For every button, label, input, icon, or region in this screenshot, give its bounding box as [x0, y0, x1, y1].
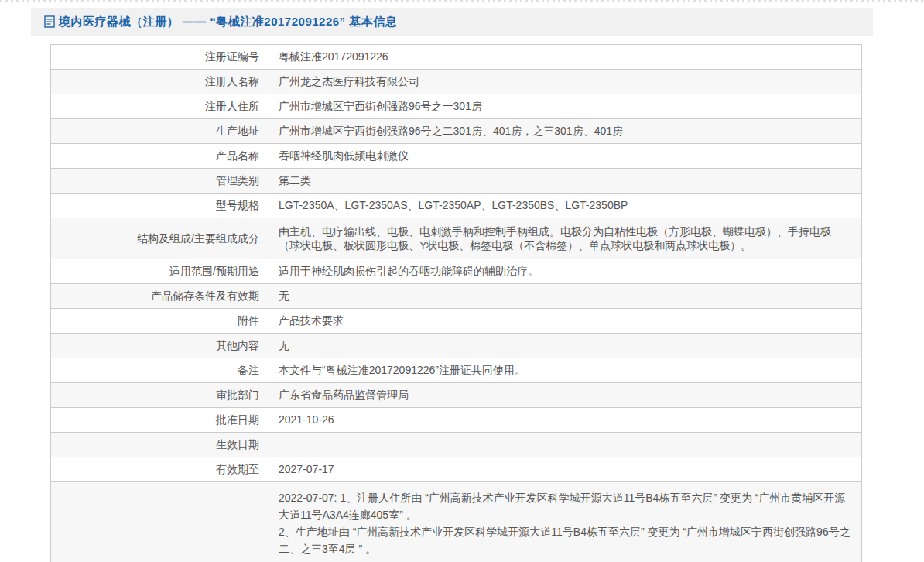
registration-info-table: 注册证编号粤械注准20172091226 注册人名称广州龙之杰医疗科技有限公司 …: [50, 44, 862, 562]
row-label: 注册人名称: [51, 70, 269, 94]
table-row: 适用范围/预期用途适用于神经肌肉损伤引起的吞咽功能障碍的辅助治疗。: [51, 259, 862, 284]
row-value: 吞咽神经肌肉低频电刺激仪: [269, 144, 862, 169]
row-value: [269, 433, 862, 457]
row-value: LGT-2350A、LGT-2350AS、LGT-2350AP、LGT-2350…: [269, 194, 862, 218]
row-value: 2021-10-26: [269, 408, 862, 433]
row-label: 适用范围/预期用途: [51, 259, 269, 284]
row-value: 广州龙之杰医疗科技有限公司: [269, 70, 862, 94]
content-container: 境内医疗器械（注册） —— “粤械注准20172091226” 基本信息 注册证…: [31, 8, 873, 562]
row-label: 有效期至: [51, 457, 269, 482]
table-row: 型号规格LGT-2350A、LGT-2350AS、LGT-2350AP、LGT-…: [51, 194, 862, 218]
row-label: 产品名称: [51, 144, 269, 169]
row-value: 广州市增城区宁西街创强路96号之一301房: [269, 94, 862, 119]
table-row: 其他内容无: [51, 334, 862, 358]
table-row: 管理类别第二类: [51, 169, 862, 194]
table-row: 结构及组成/主要组成成分由主机、电疗输出线、电极、电刺激手柄和控制手柄组成。电极…: [51, 218, 862, 259]
row-label: 注册证编号: [51, 45, 269, 70]
row-label: [51, 482, 269, 562]
row-value: 本文件与“粤械注准20172091226”注册证共同使用。: [269, 358, 862, 383]
row-label: 审批部门: [51, 383, 269, 408]
page-title: 境内医疗器械（注册） —— “粤械注准20172091226” 基本信息: [59, 15, 397, 29]
table-row: 产品名称吞咽神经肌肉低频电刺激仪: [51, 144, 862, 169]
row-label: 备注: [51, 358, 269, 383]
row-label: 产品储存条件及有效期: [51, 284, 269, 309]
table-row: 注册人住所广州市增城区宁西街创强路96号之一301房: [51, 94, 862, 119]
table-row: 2022-07-07: 1、注册人住所由 “广州高新技术产业开发区科学城开源大道…: [51, 482, 862, 562]
table-row: 备注本文件与“粤械注准20172091226”注册证共同使用。: [51, 358, 862, 383]
row-label: 批准日期: [51, 408, 269, 433]
table-row: 生产地址广州市增城区宁西街创强路96号之二301房、401房，之三301房、40…: [51, 119, 862, 144]
document-icon: [44, 15, 55, 28]
row-label: 型号规格: [51, 194, 269, 218]
table-row: 注册人名称广州龙之杰医疗科技有限公司: [51, 70, 862, 94]
row-label: 结构及组成/主要组成成分: [51, 218, 269, 259]
row-label: 附件: [51, 309, 269, 334]
table-row: 有效期至2027-07-17: [51, 457, 862, 482]
row-value: 无: [269, 284, 862, 309]
row-value: 第二类: [269, 169, 862, 194]
row-value: 产品技术要求: [269, 309, 862, 334]
row-value-change-history: 2022-07-07: 1、注册人住所由 “广州高新技术产业开发区科学城开源大道…: [269, 482, 862, 562]
row-value: 适用于神经肌肉损伤引起的吞咽功能障碍的辅助治疗。: [269, 259, 862, 284]
page-title-bar: 境内医疗器械（注册） —— “粤械注准20172091226” 基本信息: [31, 8, 873, 36]
table-row: 审批部门广东省食品药品监督管理局: [51, 383, 862, 408]
table-row: 注册证编号粤械注准20172091226: [51, 45, 862, 70]
row-label: 管理类别: [51, 169, 269, 194]
row-label: 生产地址: [51, 119, 269, 144]
table-row: 生效日期: [51, 433, 862, 457]
row-label: 注册人住所: [51, 94, 269, 119]
row-value: 粤械注准20172091226: [269, 45, 862, 70]
row-value: 广东省食品药品监督管理局: [269, 383, 862, 408]
row-value: 无: [269, 334, 862, 358]
info-table-wrapper: 注册证编号粤械注准20172091226 注册人名称广州龙之杰医疗科技有限公司 …: [50, 44, 862, 562]
top-dotted-divider: [0, 0, 924, 2]
row-value: 广州市增城区宁西街创强路96号之二301房、401房，之三301房、401房: [269, 119, 862, 144]
table-row: 批准日期2021-10-26: [51, 408, 862, 433]
row-value: 2027-07-17: [269, 457, 862, 482]
row-label: 其他内容: [51, 334, 269, 358]
registration-detail-page: 境内医疗器械（注册） —— “粤械注准20172091226” 基本信息 注册证…: [0, 0, 924, 562]
row-label: 生效日期: [51, 433, 269, 457]
row-value: 由主机、电疗输出线、电极、电刺激手柄和控制手柄组成。电极分为自粘性电极（方形电极…: [269, 218, 862, 259]
table-row: 附件产品技术要求: [51, 309, 862, 334]
table-row: 产品储存条件及有效期无: [51, 284, 862, 309]
